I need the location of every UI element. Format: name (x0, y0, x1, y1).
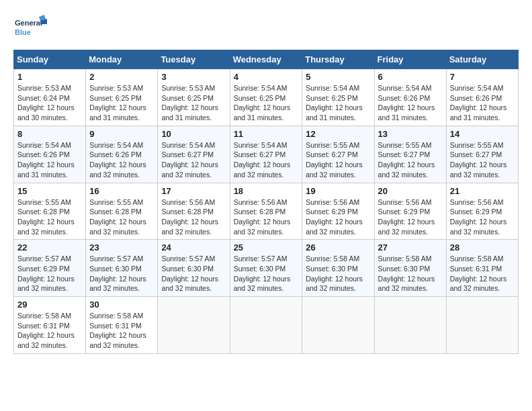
sunrise-label: Sunrise: 5:55 AM (378, 141, 432, 149)
sunset-label: Sunset: 6:25 PM (234, 94, 286, 102)
daylight-label: Daylight: 12 hours and 31 minutes. (378, 103, 435, 122)
day-cell-13: 13 Sunrise: 5:55 AM Sunset: 6:27 PM Dayl… (374, 126, 446, 183)
sunrise-label: Sunrise: 5:57 AM (234, 255, 287, 263)
sunset-label: Sunset: 6:28 PM (161, 208, 214, 216)
sunrise-label: Sunrise: 5:53 AM (161, 84, 215, 92)
page-header: General Blue (13, 13, 519, 43)
day-number: 12 (306, 129, 370, 139)
daylight-label: Daylight: 12 hours and 32 minutes. (17, 275, 75, 293)
day-cell-10: 10 Sunrise: 5:54 AM Sunset: 6:27 PM Dayl… (158, 126, 230, 183)
daylight-label: Daylight: 12 hours and 32 minutes. (306, 218, 363, 236)
daylight-label: Daylight: 12 hours and 32 minutes. (378, 275, 435, 293)
sunset-label: Sunset: 6:30 PM (89, 265, 142, 273)
sunrise-label: Sunrise: 5:58 AM (306, 255, 359, 263)
day-cell-24: 24 Sunrise: 5:57 AM Sunset: 6:30 PM Dayl… (158, 240, 230, 297)
sunrise-label: Sunrise: 5:54 AM (234, 84, 287, 92)
sunrise-label: Sunrise: 5:56 AM (161, 198, 215, 206)
day-info: Sunrise: 5:56 AM Sunset: 6:29 PM Dayligh… (450, 197, 515, 237)
sunset-label: Sunset: 6:30 PM (161, 265, 214, 273)
sunset-label: Sunset: 6:29 PM (450, 208, 502, 216)
day-number: 17 (161, 186, 226, 196)
day-info: Sunrise: 5:54 AM Sunset: 6:26 PM Dayligh… (17, 140, 82, 180)
day-number: 30 (89, 300, 154, 310)
day-info: Sunrise: 5:58 AM Sunset: 6:31 PM Dayligh… (17, 311, 82, 351)
day-info: Sunrise: 5:58 AM Sunset: 6:31 PM Dayligh… (89, 311, 154, 351)
day-info: Sunrise: 5:55 AM Sunset: 6:28 PM Dayligh… (89, 197, 154, 237)
day-number: 10 (161, 129, 226, 139)
day-cell-16: 16 Sunrise: 5:55 AM Sunset: 6:28 PM Dayl… (86, 183, 158, 240)
day-info: Sunrise: 5:57 AM Sunset: 6:30 PM Dayligh… (161, 254, 226, 293)
sunset-label: Sunset: 6:27 PM (306, 150, 358, 158)
sunrise-label: Sunrise: 5:54 AM (17, 141, 71, 149)
sunrise-label: Sunrise: 5:58 AM (17, 312, 71, 320)
daylight-label: Daylight: 12 hours and 31 minutes. (17, 161, 75, 179)
day-number: 26 (306, 242, 370, 253)
sunrise-label: Sunrise: 5:56 AM (234, 198, 287, 206)
day-cell-1: 1 Sunrise: 5:53 AM Sunset: 6:24 PM Dayli… (14, 69, 86, 126)
day-info: Sunrise: 5:56 AM Sunset: 6:28 PM Dayligh… (161, 197, 226, 237)
sunset-label: Sunset: 6:25 PM (89, 94, 142, 102)
sunrise-label: Sunrise: 5:55 AM (17, 198, 71, 206)
day-number: 7 (450, 72, 515, 82)
day-info: Sunrise: 5:58 AM Sunset: 6:31 PM Dayligh… (450, 254, 515, 293)
day-info: Sunrise: 5:54 AM Sunset: 6:25 PM Dayligh… (234, 83, 299, 123)
day-number: 15 (17, 186, 82, 196)
sunset-label: Sunset: 6:26 PM (378, 94, 431, 102)
day-cell-9: 9 Sunrise: 5:54 AM Sunset: 6:26 PM Dayli… (86, 126, 158, 183)
daylight-label: Daylight: 12 hours and 32 minutes. (234, 275, 291, 293)
day-number: 4 (234, 72, 299, 82)
day-info: Sunrise: 5:57 AM Sunset: 6:30 PM Dayligh… (89, 254, 154, 293)
general-blue-logo-icon: General Blue (13, 13, 47, 43)
calendar-week-1: 1 Sunrise: 5:53 AM Sunset: 6:24 PM Dayli… (14, 69, 519, 126)
day-number: 19 (306, 186, 370, 196)
sunset-label: Sunset: 6:30 PM (234, 265, 286, 273)
daylight-label: Daylight: 12 hours and 32 minutes. (450, 218, 507, 236)
day-info: Sunrise: 5:58 AM Sunset: 6:30 PM Dayligh… (306, 254, 370, 293)
sunrise-label: Sunrise: 5:57 AM (89, 255, 143, 263)
calendar-week-3: 15 Sunrise: 5:55 AM Sunset: 6:28 PM Dayl… (14, 183, 519, 240)
sunrise-label: Sunrise: 5:58 AM (450, 255, 504, 263)
day-cell-26: 26 Sunrise: 5:58 AM Sunset: 6:30 PM Dayl… (302, 240, 374, 297)
sunset-label: Sunset: 6:26 PM (17, 150, 70, 158)
day-cell-12: 12 Sunrise: 5:55 AM Sunset: 6:27 PM Dayl… (302, 126, 374, 183)
day-cell-7: 7 Sunrise: 5:54 AM Sunset: 6:26 PM Dayli… (446, 69, 518, 126)
day-info: Sunrise: 5:56 AM Sunset: 6:29 PM Dayligh… (306, 197, 370, 237)
day-info: Sunrise: 5:55 AM Sunset: 6:27 PM Dayligh… (306, 140, 370, 180)
daylight-label: Daylight: 12 hours and 32 minutes. (450, 275, 507, 293)
day-cell-29: 29 Sunrise: 5:58 AM Sunset: 6:31 PM Dayl… (14, 297, 86, 354)
day-number: 9 (89, 129, 154, 139)
sunset-label: Sunset: 6:29 PM (378, 208, 431, 216)
day-info: Sunrise: 5:53 AM Sunset: 6:24 PM Dayligh… (17, 83, 82, 123)
daylight-label: Daylight: 12 hours and 31 minutes. (450, 103, 507, 122)
day-info: Sunrise: 5:54 AM Sunset: 6:26 PM Dayligh… (89, 140, 154, 180)
sunset-label: Sunset: 6:28 PM (234, 208, 286, 216)
day-number: 1 (17, 72, 82, 82)
day-cell-18: 18 Sunrise: 5:56 AM Sunset: 6:28 PM Dayl… (230, 183, 302, 240)
daylight-label: Daylight: 12 hours and 32 minutes. (17, 218, 75, 236)
sunset-label: Sunset: 6:28 PM (89, 208, 142, 216)
calendar-week-2: 8 Sunrise: 5:54 AM Sunset: 6:26 PM Dayli… (14, 126, 519, 183)
sunset-label: Sunset: 6:27 PM (234, 150, 286, 158)
day-cell-28: 28 Sunrise: 5:58 AM Sunset: 6:31 PM Dayl… (446, 240, 518, 297)
sunset-label: Sunset: 6:28 PM (17, 208, 70, 216)
sunset-label: Sunset: 6:24 PM (17, 94, 70, 102)
sunrise-label: Sunrise: 5:56 AM (378, 198, 432, 206)
day-info: Sunrise: 5:56 AM Sunset: 6:28 PM Dayligh… (234, 197, 299, 237)
weekday-header-saturday: Saturday (446, 50, 518, 69)
day-number: 20 (378, 186, 443, 196)
daylight-label: Daylight: 12 hours and 32 minutes. (378, 218, 435, 236)
day-cell-17: 17 Sunrise: 5:56 AM Sunset: 6:28 PM Dayl… (158, 183, 230, 240)
day-cell-23: 23 Sunrise: 5:57 AM Sunset: 6:30 PM Dayl… (86, 240, 158, 297)
day-number: 22 (17, 242, 82, 253)
daylight-label: Daylight: 12 hours and 31 minutes. (306, 103, 363, 122)
day-cell-19: 19 Sunrise: 5:56 AM Sunset: 6:29 PM Dayl… (302, 183, 374, 240)
sunset-label: Sunset: 6:26 PM (89, 150, 142, 158)
calendar-table: SundayMondayTuesdayWednesdayThursdayFrid… (13, 50, 519, 354)
daylight-label: Daylight: 12 hours and 32 minutes. (161, 218, 218, 236)
daylight-label: Daylight: 12 hours and 32 minutes. (234, 161, 291, 179)
sunrise-label: Sunrise: 5:56 AM (450, 198, 504, 206)
sunrise-label: Sunrise: 5:54 AM (450, 84, 504, 92)
calendar-week-5: 29 Sunrise: 5:58 AM Sunset: 6:31 PM Dayl… (14, 297, 519, 354)
day-info: Sunrise: 5:57 AM Sunset: 6:29 PM Dayligh… (17, 254, 82, 293)
daylight-label: Daylight: 12 hours and 32 minutes. (234, 218, 291, 236)
